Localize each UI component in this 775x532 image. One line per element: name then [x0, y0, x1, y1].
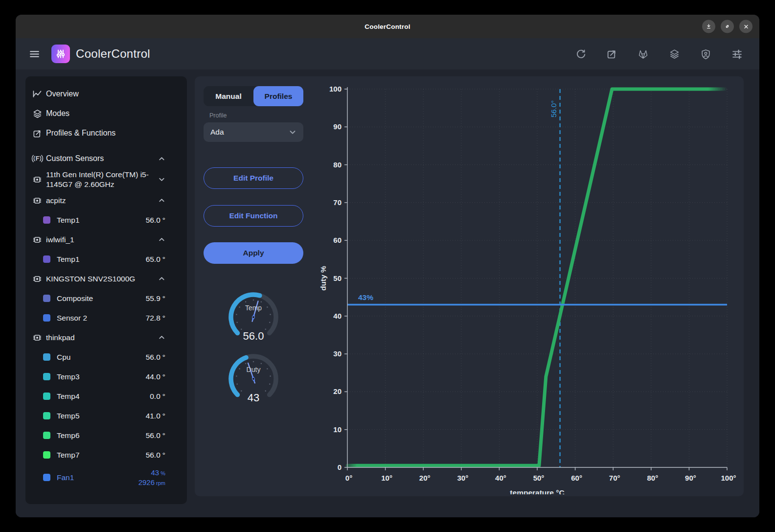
- temp-sensor-row[interactable]: Composite55.9°: [25, 289, 187, 308]
- sensor-color-chip: [43, 474, 50, 481]
- maximize-icon: [724, 23, 730, 30]
- device-row[interactable]: KINGSTON SNV2S1000G: [25, 269, 187, 289]
- temp-line-label: 56.0°: [549, 100, 558, 117]
- profile-select[interactable]: Ada: [204, 122, 303, 142]
- chevron-up-icon: [158, 155, 165, 162]
- sensor-value: 56.0°: [146, 353, 165, 362]
- maximize-button[interactable]: [721, 20, 734, 33]
- sidebar-item-label: Modes: [46, 109, 69, 118]
- svg-text:10: 10: [333, 425, 342, 434]
- device-row[interactable]: iwlwifi_1: [25, 230, 187, 250]
- device-name: thinkpad: [46, 333, 158, 343]
- tab-profiles[interactable]: Profiles: [253, 86, 303, 106]
- open-external-icon[interactable]: [606, 48, 617, 60]
- app-title: CoolerControl: [76, 47, 575, 61]
- sensor-value: 55.9°: [146, 294, 165, 303]
- svg-text:30°: 30°: [457, 474, 468, 482]
- sidebar-item-modes[interactable]: Modes: [25, 104, 187, 123]
- svg-text:50: 50: [333, 274, 342, 282]
- temp-gauge: Temp56.0: [225, 289, 282, 347]
- menu-button[interactable]: [28, 48, 41, 60]
- header-actions: [575, 48, 743, 60]
- temp-sensor-row[interactable]: Temp756.0°: [25, 445, 187, 465]
- close-button[interactable]: [739, 20, 752, 33]
- temp-sensor-row[interactable]: Cpu56.0°: [25, 347, 187, 367]
- app-header: CoolerControl: [16, 38, 759, 69]
- svg-text:20: 20: [333, 387, 342, 395]
- mode-toggle: Manual Profiles: [204, 86, 303, 106]
- sensor-value: 72.8°: [146, 314, 165, 323]
- temp-sensor-row[interactable]: Sensor 272.8°: [25, 308, 187, 328]
- sensor-color-chip: [43, 216, 50, 224]
- temp-sensor-row[interactable]: Temp656.0°: [25, 426, 187, 445]
- svg-text:70°: 70°: [609, 474, 620, 482]
- square-arrow-icon: [30, 128, 44, 139]
- shield-user-icon[interactable]: [700, 48, 711, 60]
- temp-sensor-row[interactable]: Temp156.0°: [25, 210, 187, 230]
- layers-icon: [30, 109, 44, 119]
- device-row[interactable]: 11th Gen Intel(R) Core(TM) i5-1145G7 @ 2…: [25, 168, 187, 191]
- device-name: acpitz: [46, 196, 158, 206]
- sensor-color-chip: [43, 295, 50, 302]
- sensor-value: 56.0°: [146, 451, 165, 460]
- svg-text:0°: 0°: [345, 474, 352, 482]
- tab-manual[interactable]: Manual: [204, 86, 253, 106]
- sidebar-item-custom-sensors[interactable]: F Custom Sensors: [25, 149, 187, 168]
- fan-readings: 43%2926rpm: [138, 468, 165, 487]
- chevron-down-icon: [158, 176, 165, 183]
- sensor-value: 65.0°: [146, 255, 165, 264]
- device-row[interactable]: thinkpad: [25, 328, 187, 347]
- sensor-value: 56.0°: [146, 216, 165, 225]
- temp-sensor-row[interactable]: Temp344.0°: [25, 367, 187, 387]
- temp-sensor-row[interactable]: Temp165.0°: [25, 250, 187, 269]
- profile-field-label: Profile: [209, 112, 227, 119]
- edit-function-button[interactable]: Edit Function: [204, 205, 303, 227]
- svg-text:F: F: [35, 155, 39, 162]
- svg-text:90°: 90°: [685, 474, 696, 482]
- close-icon: [743, 23, 749, 29]
- fan-sensor-row[interactable]: Fan143%2926rpm: [25, 465, 187, 490]
- device-row[interactable]: acpitz: [25, 191, 187, 210]
- chip-icon: [30, 196, 44, 206]
- svg-text:80°: 80°: [647, 474, 658, 482]
- temp-sensor-row[interactable]: Temp40.0°: [25, 387, 187, 406]
- profile-select-value: Ada: [210, 128, 224, 137]
- gauge-value: 43: [248, 392, 259, 404]
- svg-text:100°: 100°: [721, 474, 736, 482]
- sensor-value: 56.0°: [146, 431, 165, 440]
- temp-sensor-row[interactable]: Temp541.0°: [25, 406, 187, 426]
- svg-text:90: 90: [333, 122, 342, 131]
- sidebar-item-overview[interactable]: Overview: [25, 84, 187, 104]
- sensor-color-chip: [43, 451, 50, 459]
- gitlab-icon[interactable]: [638, 48, 649, 60]
- x-axis-title: temperature °C: [510, 488, 564, 494]
- chevron-down-icon: [289, 128, 296, 136]
- settings-sliders-icon[interactable]: [731, 48, 743, 60]
- edit-profile-button[interactable]: Edit Profile: [204, 167, 303, 189]
- custom-sensors-icon: F: [30, 153, 44, 164]
- line-chart-icon: [30, 89, 44, 99]
- hamburger-icon: [28, 48, 41, 60]
- profile-chart-svg: 43%56.0°01020304050607080901000°10°20°30…: [318, 81, 743, 494]
- sidebar-item-profiles-functions[interactable]: Profiles & Functions: [25, 123, 187, 143]
- svg-text:100: 100: [329, 85, 342, 93]
- sensor-value: 41.0°: [146, 412, 165, 420]
- chip-icon: [30, 274, 44, 284]
- svg-text:50°: 50°: [533, 474, 545, 482]
- chart-axes: [344, 87, 727, 470]
- section-label: Custom Sensors: [46, 154, 104, 163]
- sensor-value: 44.0°: [146, 372, 165, 381]
- chevron-up-icon: [158, 197, 165, 204]
- layers-icon[interactable]: [669, 48, 680, 60]
- window-title: CoolerControl: [365, 23, 410, 30]
- sensor-color-chip: [43, 412, 50, 419]
- svg-text:0: 0: [338, 463, 342, 471]
- chart-tick-labels: 01020304050607080901000°10°20°30°40°50°6…: [329, 85, 736, 482]
- sensor-label: Temp4: [57, 392, 150, 401]
- refresh-icon[interactable]: [575, 48, 586, 60]
- sensor-label: Fan1: [57, 473, 138, 482]
- minimize-icon: [706, 23, 712, 30]
- minimize-button[interactable]: [702, 20, 715, 33]
- apply-button[interactable]: Apply: [204, 242, 303, 264]
- sensor-label: Temp1: [57, 216, 146, 225]
